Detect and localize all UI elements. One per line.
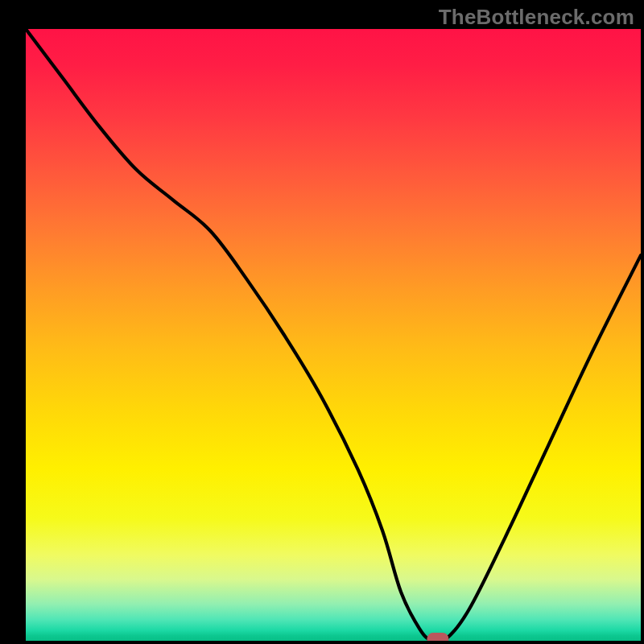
minimum-marker (427, 634, 448, 642)
watermark-text: TheBottleneck.com (439, 5, 634, 30)
plot-area (26, 29, 641, 641)
curve-layer (26, 29, 641, 641)
bottleneck-curve (26, 29, 641, 641)
chart-frame: TheBottleneck.com (0, 0, 644, 644)
